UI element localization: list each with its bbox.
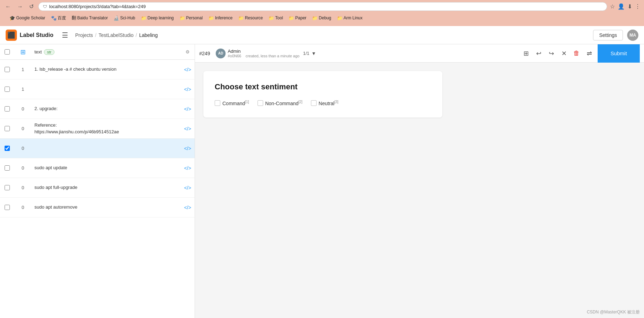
row-checkbox[interactable] — [5, 185, 10, 190]
code-icon[interactable]: </> — [181, 87, 195, 92]
bookmark-item[interactable]: 📁Resource — [236, 15, 265, 21]
annotation-dropdown-button[interactable]: ▾ — [312, 49, 316, 57]
choice-item[interactable]: Non-Command[2] — [258, 100, 303, 106]
refresh-button[interactable]: ↺ — [27, 2, 35, 11]
choice-sup: [2] — [299, 100, 303, 104]
row-checkbox-container[interactable] — [0, 126, 14, 131]
row-checkbox[interactable] — [5, 146, 10, 151]
code-icon[interactable]: </> — [181, 67, 195, 72]
submit-button[interactable]: Submit — [598, 44, 640, 63]
star-icon[interactable]: ☆ — [610, 3, 615, 10]
annotator-info: AD Admin #o0N66 created, less than a min… — [216, 49, 518, 58]
table-row[interactable]: 0 sudo apt full-upgrade </> — [0, 178, 195, 198]
bookmark-label: Tool — [275, 15, 283, 20]
breadcrumb-current: Labeling — [139, 32, 158, 38]
table-row[interactable]: 0 </> — [0, 139, 195, 158]
bookmark-item[interactable]: 翻Baidu Translator — [69, 14, 110, 22]
row-checkbox-container[interactable] — [0, 87, 14, 92]
choice-item[interactable]: Command[1] — [215, 100, 249, 106]
breadcrumb-sep-1: / — [95, 32, 97, 38]
code-icon[interactable]: </> — [181, 126, 195, 132]
row-checkbox-container[interactable] — [0, 165, 14, 171]
row-checkbox[interactable] — [5, 165, 10, 171]
row-checkbox[interactable] — [5, 205, 10, 210]
close-button[interactable]: ✕ — [558, 48, 570, 59]
row-checkbox[interactable] — [5, 67, 10, 72]
delete-button[interactable]: 🗑 — [571, 48, 582, 59]
breadcrumb-projects[interactable]: Projects — [75, 32, 93, 38]
forward-button[interactable]: → — [15, 3, 25, 11]
menu-dots-icon[interactable]: ⋮ — [635, 3, 640, 10]
grid-icon: ⊞ — [20, 49, 26, 56]
row-checkbox[interactable] — [5, 106, 10, 112]
address-bar[interactable]: 🛡 localhost:8080/projects/3/data?tab=4&t… — [38, 2, 607, 11]
row-text: Reference:https://www.jianshu.com/p/46b9… — [32, 122, 181, 135]
account-icon[interactable]: 👤 — [618, 3, 625, 10]
code-icon[interactable]: </> — [181, 185, 195, 191]
row-text: 2. upgrade: — [32, 106, 181, 112]
row-checkbox[interactable] — [5, 126, 10, 131]
download-icon[interactable]: ⬇ — [627, 3, 632, 10]
row-checkbox-container[interactable] — [0, 205, 14, 210]
table-row[interactable]: 0 2. upgrade: </> — [0, 99, 195, 119]
choice-label: Command[1] — [222, 100, 249, 106]
redo-button[interactable]: ↪ — [546, 48, 557, 59]
breadcrumb-project-name[interactable]: TestLabelStudio — [98, 32, 134, 38]
settings-button[interactable]: Settings — [593, 30, 623, 40]
annotation-card: Choose text sentiment Command[1] Non-Com… — [203, 71, 442, 117]
row-number: 1 — [14, 67, 32, 72]
undo-button[interactable]: ↩ — [533, 48, 544, 59]
breadcrumb: Projects / TestLabelStudio / Labeling — [71, 32, 593, 38]
logo-icon: ⬛ — [6, 30, 17, 41]
table-body: 1 1. lsb_release -a # check ubuntu versi… — [0, 60, 195, 318]
choice-checkbox[interactable] — [258, 100, 263, 106]
code-icon[interactable]: </> — [181, 106, 195, 112]
bookmark-item[interactable]: 📁Deep learning — [138, 15, 176, 21]
row-checkbox-container[interactable] — [0, 106, 14, 112]
code-icon[interactable]: </> — [181, 205, 195, 210]
grid-view-button[interactable]: ⊞ — [520, 48, 532, 59]
bookmark-item[interactable]: 📁Arm Linux — [334, 15, 365, 21]
bookmark-item[interactable]: 📁Tool — [266, 15, 285, 21]
row-number: 0 — [14, 205, 32, 210]
bookmark-item[interactable]: 📁Paper — [286, 15, 309, 21]
choice-checkbox[interactable] — [311, 100, 317, 106]
table-row[interactable]: 0 Reference:https://www.jianshu.com/p/46… — [0, 119, 195, 139]
table-settings-button[interactable]: ⚙ — [181, 49, 195, 55]
app-logo: ⬛ Label Studio — [6, 30, 53, 41]
row-checkbox[interactable] — [5, 87, 10, 92]
table-row[interactable]: 0 sudo apt update </> — [0, 158, 195, 178]
table-row[interactable]: 0 sudo apt autoremove </> — [0, 198, 195, 217]
bookmark-icon: 📁 — [312, 15, 318, 21]
bookmark-label: Sci-Hub — [120, 15, 135, 20]
row-text: sudo apt autoremove — [32, 204, 181, 210]
bookmark-item[interactable]: 🐾百度 — [48, 14, 69, 22]
row-number: 0 — [14, 126, 32, 131]
text-type-tag: str — [44, 49, 54, 55]
row-checkbox-container[interactable] — [0, 185, 14, 190]
bookmark-item[interactable]: 🔬Sci-Hub — [111, 15, 138, 21]
bookmark-item[interactable]: 📁Inference — [206, 15, 235, 21]
settings-adjust-button[interactable]: ⇌ — [584, 48, 595, 59]
text-column-label: text — [34, 49, 42, 55]
bookmark-label: Baidu Translator — [77, 15, 108, 20]
choice-item[interactable]: Neutral[3] — [311, 100, 338, 106]
bookmark-item[interactable]: 📁Debug — [310, 15, 333, 21]
select-all-checkbox-container[interactable] — [0, 49, 14, 55]
code-icon[interactable]: </> — [181, 165, 195, 171]
annotation-count: 1/1 — [303, 51, 309, 56]
row-checkbox-container[interactable] — [0, 146, 14, 151]
row-checkbox-container[interactable] — [0, 67, 14, 72]
choice-sup: [3] — [334, 100, 338, 104]
hamburger-menu-button[interactable]: ☰ — [59, 30, 71, 41]
browser-nav: ← → ↺ 🛡 localhost:8080/projects/3/data?t… — [4, 2, 640, 11]
table-row[interactable]: 1 </> — [0, 80, 195, 99]
bookmark-item[interactable]: 🎓Google Scholar — [7, 15, 48, 21]
code-icon[interactable]: </> — [181, 146, 195, 151]
choice-checkbox[interactable] — [215, 100, 220, 106]
select-all-checkbox[interactable] — [5, 49, 10, 55]
bookmark-item[interactable]: 📁Personal — [177, 15, 205, 21]
back-button[interactable]: ← — [4, 3, 13, 11]
table-row[interactable]: 1 1. lsb_release -a # check ubuntu versi… — [0, 60, 195, 80]
row-number: 0 — [14, 146, 32, 151]
